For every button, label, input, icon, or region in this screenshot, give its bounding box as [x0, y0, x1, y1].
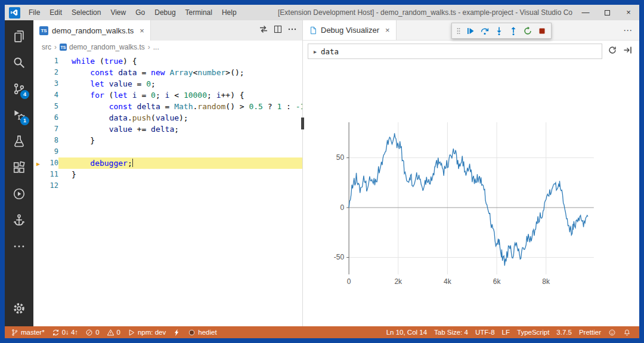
- line-number: 12: [43, 180, 58, 191]
- maximize-button[interactable]: [596, 5, 618, 20]
- sash-handle[interactable]: [301, 118, 304, 129]
- close-button[interactable]: ×: [618, 5, 639, 20]
- expand-icon[interactable]: ▸: [314, 48, 317, 55]
- glyph-margin[interactable]: ▶: [33, 157, 43, 169]
- line-number: 10: [43, 157, 58, 169]
- glyph-margin[interactable]: [33, 180, 43, 191]
- status-formatter[interactable]: Prettier: [575, 326, 605, 338]
- more-actions-button[interactable]: [286, 23, 299, 38]
- glyph-margin[interactable]: [33, 123, 43, 135]
- code-line-8[interactable]: 8 }: [33, 135, 302, 146]
- close-tab-icon[interactable]: ×: [385, 26, 390, 35]
- status-feedback[interactable]: [605, 326, 620, 338]
- status-npm-script[interactable]: npm: dev: [124, 326, 169, 338]
- status-sync[interactable]: 0↓ 4↑: [48, 326, 82, 338]
- open-in-editor-button[interactable]: [621, 44, 634, 59]
- activity-anchor[interactable]: [5, 207, 33, 233]
- breadcrumb-item[interactable]: src: [42, 43, 51, 51]
- activity-settings[interactable]: [5, 295, 33, 322]
- tab-debug-visualizer[interactable]: Debug Visualizer ×: [303, 20, 397, 40]
- step-into-button[interactable]: [493, 24, 505, 37]
- status-encoding-label: UTF-8: [475, 329, 495, 336]
- activity-extensions[interactable]: [5, 154, 33, 181]
- breadcrumb-item[interactable]: ...: [153, 43, 159, 51]
- code-line-3[interactable]: 3 let value = 0;: [33, 78, 302, 89]
- glyph-margin[interactable]: [33, 135, 43, 146]
- code-line-11[interactable]: 11}: [33, 169, 302, 180]
- breadcrumb-separator: ›: [148, 43, 150, 51]
- window-title: [Extension Development Host] - demo_rand…: [278, 5, 572, 20]
- code-line-6[interactable]: 6 data.push(value);: [33, 112, 302, 123]
- code-line-4[interactable]: 4 for (let i = 0; i < 10000; i++) {: [33, 89, 302, 101]
- status-language[interactable]: TypeScript: [513, 326, 553, 338]
- random-walk-line: [349, 133, 588, 265]
- code-line-12[interactable]: 12: [33, 180, 302, 191]
- x-tick-label: 0: [347, 277, 351, 286]
- breadcrumb-item[interactable]: TSdemo_random_walks.ts: [60, 43, 145, 51]
- glyph-margin[interactable]: [33, 67, 43, 78]
- menu-go[interactable]: Go: [131, 5, 150, 20]
- code-line-2[interactable]: 2 const data = new Array<number>();: [33, 67, 302, 78]
- glyph-margin[interactable]: [33, 89, 43, 101]
- activity-run-and-debug[interactable]: 1: [5, 102, 33, 128]
- status-cursor[interactable]: Ln 10, Col 14: [383, 326, 431, 338]
- status-notifications[interactable]: [620, 326, 634, 338]
- step-into-icon: [494, 26, 504, 36]
- code-editor[interactable]: 1while (true) {2 const data = new Array<…: [33, 54, 302, 326]
- glyph-margin[interactable]: [33, 78, 43, 89]
- refresh-button[interactable]: [606, 44, 619, 59]
- stop-button[interactable]: [535, 24, 548, 37]
- restart-button[interactable]: [521, 24, 534, 37]
- glyph-margin[interactable]: [33, 169, 43, 180]
- split-editor-button[interactable]: [271, 23, 284, 38]
- menu-file[interactable]: File: [24, 5, 45, 20]
- status-account[interactable]: hediet: [184, 326, 220, 338]
- status-warnings[interactable]: 0: [103, 326, 124, 338]
- y-tick-label: -50: [334, 254, 345, 262]
- activity-testing[interactable]: [5, 128, 33, 154]
- activity-more[interactable]: [5, 233, 33, 259]
- activity-badge: 4: [20, 90, 29, 99]
- code-line-7[interactable]: 7 value += delta;: [33, 123, 302, 135]
- menu-selection[interactable]: Selection: [67, 5, 106, 20]
- menu-view[interactable]: View: [106, 5, 131, 20]
- status-eol[interactable]: LF: [499, 326, 513, 338]
- glyph-margin[interactable]: [33, 146, 43, 157]
- close-tab-icon[interactable]: ×: [140, 26, 144, 35]
- status-bar: master*0↓ 4↑00npm: devhediet Ln 10, Col …: [5, 326, 639, 338]
- status-flash[interactable]: [169, 326, 184, 338]
- activity-explorer[interactable]: [5, 23, 33, 50]
- menu-debug[interactable]: Debug: [150, 5, 180, 20]
- code-line-1[interactable]: 1while (true) {: [33, 55, 302, 67]
- status-encoding[interactable]: UTF-8: [472, 326, 499, 338]
- menu-help[interactable]: Help: [217, 5, 242, 20]
- status-tab-size[interactable]: Tab Size: 4: [431, 326, 472, 338]
- expression-input[interactable]: ▸ data: [308, 44, 602, 59]
- more-actions-icon[interactable]: ⋯: [623, 20, 639, 40]
- tab-demo-random-walks[interactable]: TS demo_random_walks.ts ×: [33, 20, 151, 41]
- status-errors[interactable]: 0: [82, 326, 103, 338]
- continue-button[interactable]: [464, 24, 476, 37]
- code-line-5[interactable]: 5 const delta = Math.random() > 0.5 ? 1 …: [33, 101, 302, 112]
- glyph-margin[interactable]: [33, 112, 43, 123]
- glyph-margin[interactable]: [33, 101, 43, 112]
- toolbar-drag-handle[interactable]: [455, 24, 462, 37]
- code-line-10[interactable]: ▶10 debugger;: [33, 157, 302, 169]
- open-changes-button[interactable]: [257, 23, 270, 38]
- warning-triangle-icon: [107, 329, 114, 336]
- editor-tab-bar: TS demo_random_walks.ts ×: [33, 20, 302, 41]
- step-out-button[interactable]: [507, 24, 519, 37]
- status-branch[interactable]: master*: [7, 326, 48, 338]
- activity-run-circle[interactable]: [5, 181, 33, 207]
- stop-icon: [537, 26, 547, 36]
- step-over-button[interactable]: [478, 24, 491, 37]
- status-ts-version[interactable]: 3.7.5: [553, 326, 575, 338]
- glyph-margin[interactable]: [33, 55, 43, 67]
- menu-edit[interactable]: Edit: [45, 5, 67, 20]
- minimize-button[interactable]: —: [575, 5, 596, 20]
- activity-source-control[interactable]: 4: [5, 76, 33, 102]
- more-actions-icon: [287, 24, 297, 34]
- code-line-9[interactable]: 9: [33, 146, 302, 157]
- activity-search[interactable]: [5, 50, 33, 76]
- menu-terminal[interactable]: Terminal: [181, 5, 217, 20]
